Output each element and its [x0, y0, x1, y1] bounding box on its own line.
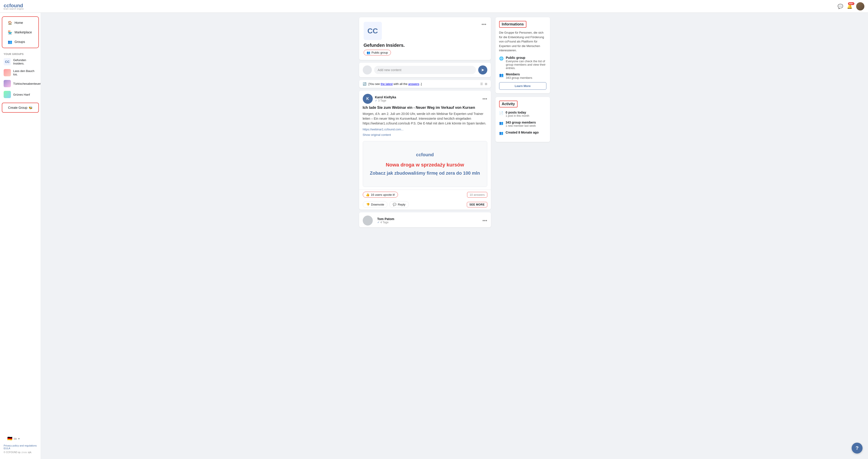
- list-view-icon[interactable]: ☰: [480, 82, 483, 86]
- post-menu-2[interactable]: •••: [482, 218, 487, 223]
- activity-members-sub: 1 new member last week: [506, 124, 536, 127]
- sidebar-group-lass[interactable]: Lass den Bauch los.: [0, 67, 41, 78]
- post-time-1: 3 Tage: [378, 99, 386, 102]
- user-avatar[interactable]: [856, 2, 864, 10]
- members-row-text: 343 group members: [506, 76, 532, 79]
- post-link-1[interactable]: https://webinar1.ccfound.com...: [363, 128, 487, 131]
- main-content: CC ••• Gefunden Insiders. 👥 Public group…: [41, 13, 868, 459]
- language-dropdown-icon[interactable]: ▾: [18, 437, 20, 440]
- sidebar-group-name-grunes: Grünes Hanf: [13, 93, 30, 96]
- post-card-1: K Karol Kieltyka ✓ 3 Tage ••• Ich lade S…: [359, 91, 491, 209]
- sidebar: 🏠 Home 🏪 Marketplace 👥 Groups YOUR GROUP…: [0, 13, 41, 459]
- sidebar-item-marketplace[interactable]: 🏪 Marketplace: [4, 28, 37, 37]
- post-author-meta-1: ✓ 3 Tage: [375, 99, 396, 102]
- post-submit-button[interactable]: ➤: [478, 65, 487, 74]
- bee-emoji: 🐝: [29, 106, 32, 109]
- group-name-title: Gefunden Insiders.: [364, 43, 486, 48]
- eula-link[interactable]: EULA: [4, 447, 10, 450]
- post-actions-1: 👎 Downvote 💬 Reply SEE MORE: [359, 199, 491, 209]
- group-avatar-turkisches: [4, 80, 11, 87]
- sidebar-group-turkisches[interactable]: Türkischesabenteuer.de: [0, 78, 41, 89]
- marketplace-icon: 🏪: [8, 30, 12, 35]
- sidebar-item-groups[interactable]: 👥 Groups: [4, 37, 37, 46]
- post-author-name-1: Karol Kieltyka: [375, 95, 396, 99]
- see-more-button-1[interactable]: SEE MORE: [467, 202, 487, 207]
- latest-notice-text: 🔄 [You see the latest with all the answe…: [363, 82, 422, 86]
- your-groups-label: YOUR GROUPS: [0, 51, 41, 56]
- logo-area: ccfound brain search engine: [4, 3, 24, 10]
- home-icon: 🏠: [8, 21, 12, 25]
- post-author-details: Karol Kieltyka ✓ 3 Tage: [375, 95, 396, 102]
- activity-title: Activity: [499, 101, 518, 107]
- activity-created-main: Created 8 Monate ago: [506, 131, 539, 134]
- informations-card: Informations Die Gruppe für Personen, di…: [495, 17, 550, 93]
- group-header-card: CC ••• Gefunden Insiders. 👥 Public group: [359, 17, 491, 60]
- notifications-icon[interactable]: 🔔 999+: [847, 4, 852, 9]
- sidebar-group-grunes[interactable]: Grünes Hanf: [0, 89, 41, 100]
- post-body-1: Ich lade Sie zum Webinar ein - Neuer Weg…: [359, 106, 491, 139]
- activity-row-created: 👥 Created 8 Monate ago: [499, 131, 547, 135]
- post-menu-1[interactable]: •••: [482, 96, 487, 101]
- activity-members-icon: 👥: [499, 121, 503, 125]
- help-button[interactable]: ?: [851, 442, 863, 454]
- learn-more-button[interactable]: Learn More: [499, 82, 547, 90]
- post-author-name-2: Tom Patom: [377, 217, 394, 221]
- notice-latest-link[interactable]: the latest: [381, 82, 393, 86]
- sidebar-item-home[interactable]: 🏠 Home: [4, 18, 37, 27]
- notification-badge: 999+: [848, 2, 855, 5]
- sidebar-group-gefunden[interactable]: CC Gefunden Insiders.: [0, 56, 41, 67]
- reply-icon: 💬: [393, 203, 396, 206]
- activity-posts-main: 0 posts today: [506, 110, 529, 114]
- top-bar: ccfound brain search engine 💬 🔔 999+: [0, 0, 868, 13]
- activity-row-members: 👥 343 group members 1 new member last we…: [499, 121, 547, 127]
- informations-title: Informations: [499, 21, 527, 28]
- post-header-1: K Karol Kieltyka ✓ 3 Tage •••: [359, 91, 491, 106]
- notice-middle: with all the: [394, 82, 408, 86]
- sidebar-group-name-turkisches: Türkischesabenteuer.de: [13, 82, 41, 86]
- groups-icon: 👥: [8, 39, 12, 44]
- downvote-icon: 👎: [366, 203, 370, 206]
- flag-icon: 🇩🇪: [7, 436, 12, 441]
- group-logo: CC: [364, 22, 382, 40]
- members-row-title: Members: [506, 72, 532, 76]
- top-bar-right: 💬 🔔 999+: [838, 2, 864, 10]
- post-author-avatar-2: [363, 216, 373, 226]
- logo-text: ccfound: [4, 3, 23, 8]
- verified-icon-2: ✓: [377, 221, 379, 224]
- post-author-info-1: K Karol Kieltyka ✓ 3 Tage: [363, 94, 396, 104]
- messages-icon[interactable]: 💬: [838, 4, 843, 9]
- activity-row-posts: 📄 0 posts today 1 post in this month: [499, 110, 547, 118]
- post-author-avatar-1: K: [363, 94, 373, 104]
- post-time-2: 4 Tage: [380, 221, 389, 224]
- post-card-2: Tom Patom ✓ 4 Tage •••: [359, 212, 491, 227]
- downvote-button-1[interactable]: 👎 Downvote: [363, 201, 388, 208]
- sidebar-marketplace-label: Marketplace: [14, 30, 32, 34]
- preview-title: Nowa droga w sprzedaży kursów: [386, 162, 464, 168]
- show-original-1[interactable]: Show original content: [363, 133, 391, 136]
- sidebar-home-label: Home: [14, 21, 23, 25]
- sidebar-nav: 🏠 Home 🏪 Marketplace 👥 Groups YOUR GROUP…: [0, 15, 41, 431]
- group-header-menu[interactable]: •••: [482, 22, 486, 27]
- activity-members-main: 343 group members: [506, 121, 536, 124]
- grid-view-icon[interactable]: ⊞: [485, 82, 487, 86]
- post-text-1: Morgen, d.h. am 2. Juli um 20:00 Uhr, we…: [363, 111, 487, 126]
- right-sidebar: Informations Die Gruppe für Personen, di…: [495, 17, 550, 455]
- public-group-badge[interactable]: 👥 Public group: [364, 50, 391, 56]
- create-group-button[interactable]: Create Group 🐝: [3, 104, 38, 112]
- post-reactions-1: 👍 16 users upvote it! 10 answers: [359, 190, 491, 199]
- upvote-label-1: 16 users upvote it!: [371, 193, 395, 196]
- preview-subtitle: Zobacz jak zbudowaliśmy firmę od zera do…: [370, 170, 480, 176]
- group-header-top: CC •••: [364, 22, 486, 40]
- activity-card: Activity 📄 0 posts today 1 post in this …: [495, 97, 550, 142]
- group-avatar-grunes: [4, 91, 11, 98]
- notice-icons[interactable]: ☰ ⊞: [480, 82, 487, 86]
- privacy-link[interactable]: Privacy policy and regulations: [4, 444, 37, 447]
- language-selector[interactable]: 🇩🇪 de ▾: [4, 434, 37, 443]
- logo-sub: brain search engine: [4, 8, 24, 10]
- post-input-field[interactable]: Add new content: [374, 66, 476, 74]
- posts-icon: 📄: [499, 111, 503, 115]
- reply-button-1[interactable]: 💬 Reply: [389, 201, 409, 208]
- post-header-2: Tom Patom ✓ 4 Tage •••: [359, 212, 491, 227]
- notice-answers-link[interactable]: answers: [408, 82, 419, 86]
- upvote-count-1[interactable]: 👍 16 users upvote it!: [363, 192, 398, 198]
